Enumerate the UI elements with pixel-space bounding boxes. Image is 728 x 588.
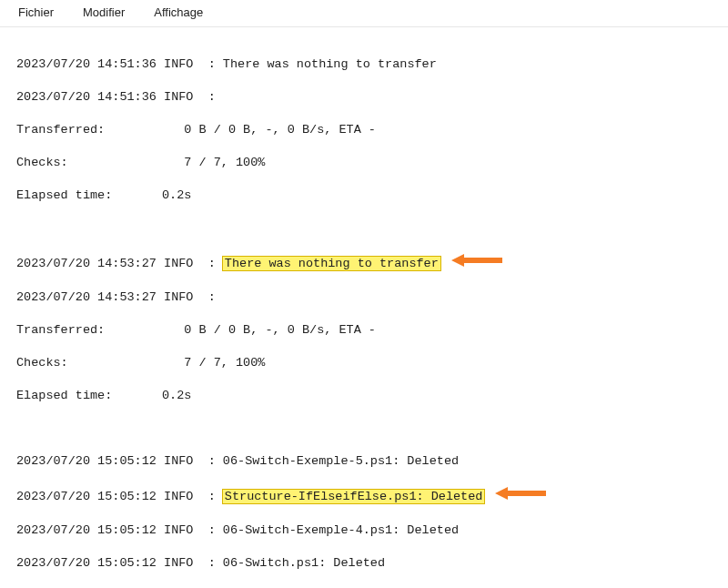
log-line: 2023/07/20 15:05:12 INFO : 06-Switch-Exe… [16,522,715,539]
log-line: 2023/07/20 14:51:36 INFO : [16,89,715,106]
stat-line: Checks: 7 / 7, 100% [16,155,715,171]
highlight-nothing-to-transfer: There was nothing to transfer [223,257,440,270]
menu-view[interactable]: Affichage [154,5,203,19]
stat-line: Elapsed time:0.2s [16,188,715,204]
annotation-arrow-icon [495,486,546,506]
log-line: 2023/07/20 15:05:12 INFO : Structure-IfE… [16,486,715,506]
annotation-arrow-icon [451,253,502,273]
svg-marker-0 [451,254,502,267]
log-line: 2023/07/20 14:51:36 INFO : There was not… [16,56,715,73]
stat-line: Checks: 7 / 7, 100% [16,355,715,371]
log-line: 2023/07/20 14:53:27 INFO : There was not… [16,253,715,273]
log-output: 2023/07/20 14:51:36 INFO : There was not… [0,27,728,588]
svg-marker-1 [495,487,546,500]
stat-line: Elapsed time:0.2s [16,388,715,404]
stat-line: Transferred: 0 B / 0 B, -, 0 B/s, ETA - [16,122,715,138]
stat-line: Transferred: 0 B / 0 B, -, 0 B/s, ETA - [16,322,715,339]
log-line: 2023/07/20 15:05:12 INFO : 06-Switch.ps1… [16,555,715,572]
log-line: 2023/07/20 14:53:27 INFO : [16,289,715,306]
log-line: 2023/07/20 15:05:12 INFO : 06-Switch-Exe… [16,453,715,470]
menu-edit[interactable]: Modifier [83,5,125,19]
menubar: Fichier Modifier Affichage [0,0,728,27]
highlight-deleted: Structure-IfElseifElse.ps1: Deleted [223,490,485,503]
menu-file[interactable]: Fichier [18,5,54,19]
